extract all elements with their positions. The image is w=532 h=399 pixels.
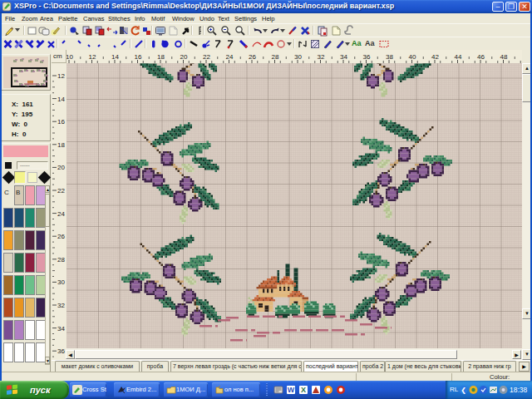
svg-text:16: 16 xyxy=(135,53,142,61)
svg-text:48: 48 xyxy=(500,53,508,61)
svg-text:22: 22 xyxy=(203,53,210,61)
svg-text:12: 12 xyxy=(89,53,96,61)
svg-text:14: 14 xyxy=(111,53,119,61)
svg-text:20: 20 xyxy=(57,164,65,171)
svg-text:24: 24 xyxy=(226,53,234,61)
svg-text:36: 36 xyxy=(363,53,371,61)
svg-text:44: 44 xyxy=(455,53,462,61)
svg-text:16: 16 xyxy=(57,118,65,126)
svg-text:26: 26 xyxy=(57,233,65,240)
svg-text:12: 12 xyxy=(57,72,65,80)
svg-text:14: 14 xyxy=(57,96,65,103)
svg-text:10: 10 xyxy=(66,53,73,61)
svg-text:18: 18 xyxy=(157,53,165,61)
svg-text:28: 28 xyxy=(272,53,279,61)
svg-text:46: 46 xyxy=(477,53,485,61)
svg-text:42: 42 xyxy=(431,53,439,61)
svg-text:30: 30 xyxy=(294,53,302,61)
svg-text:18: 18 xyxy=(57,141,65,149)
svg-text:26: 26 xyxy=(249,53,256,61)
svg-text:28: 28 xyxy=(57,256,65,264)
svg-text:30: 30 xyxy=(57,278,65,286)
svg-text:22: 22 xyxy=(57,187,65,195)
svg-text:X: X xyxy=(301,386,306,394)
svg-text:32: 32 xyxy=(57,302,65,309)
svg-text:36: 36 xyxy=(57,347,65,355)
svg-text:38: 38 xyxy=(386,53,393,61)
svg-text:20: 20 xyxy=(180,53,188,61)
svg-text:W: W xyxy=(288,386,295,394)
svg-text:34: 34 xyxy=(57,325,65,332)
svg-text:34: 34 xyxy=(340,53,347,61)
svg-text:40: 40 xyxy=(409,53,416,61)
svg-text:32: 32 xyxy=(318,53,325,61)
svg-text:❮: ❮ xyxy=(461,387,466,394)
svg-text:24: 24 xyxy=(57,210,65,218)
